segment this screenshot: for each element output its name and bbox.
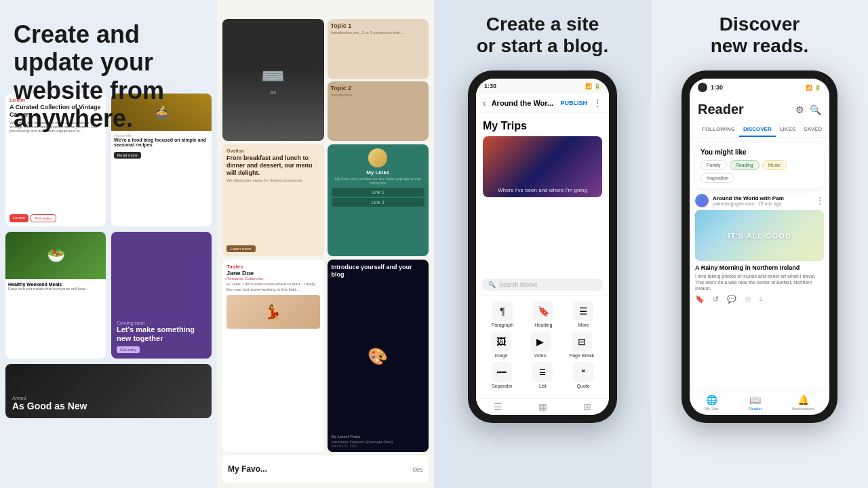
article-title: A Rainy Morning in Northern Ireland [695,264,824,271]
you-might-like-card: You might like Family Reading Music Insp… [695,143,824,188]
ab-label: Ab [270,90,276,95]
myfave-title: My Favo... [228,464,412,474]
block-separator[interactable]: ━━ Separator [492,362,513,388]
block-image[interactable]: 🖼 Image [491,331,511,358]
jane-text: Hi Jane! I don't even know where to star… [226,282,320,293]
search-blocks-bar[interactable]: 🔍 Search blocks [481,279,604,291]
tab-discover[interactable]: DISCOVER [739,123,776,137]
block-quote[interactable]: ❝ Quote [573,362,593,388]
block-more[interactable]: ☰ More [573,301,593,327]
block-paragraph[interactable]: ¶ Paragraph [492,301,514,327]
more-icon-block: ☰ [573,301,593,321]
reader-nav-label: Reader [749,407,762,411]
template-writer-img: ⌨️ Ab [222,19,324,141]
read-more-btn[interactable]: Read more [114,152,141,159]
post-date: January 31, 2021 [332,444,425,448]
author-avatar [695,194,709,207]
pill-reading[interactable]: Reading [730,160,760,170]
tab-likes[interactable]: LIKES [776,123,800,137]
paragraph-icon: ¶ [492,301,513,321]
more-icon[interactable]: ⋮ [593,98,602,108]
author-domain: pamelanguyen.com · 15 min ago [713,201,812,206]
purple-title: Let's make something new together [117,325,206,343]
page-title: My Trips [483,120,602,132]
my-links-text: My links and profiles for the most popul… [332,177,425,185]
list-view-icon[interactable]: ☰ [494,401,502,412]
list-icon: ☰ [532,362,553,382]
my-links-title: My Links [366,169,389,176]
purple-label: Coming soon [117,321,206,325]
topic-2-card: Topic 2 Introduction... [328,81,429,142]
reader-time: 1:30 [711,84,723,91]
salad-img: 🥗 [5,232,106,279]
status-time: 1:30 [484,83,496,89]
like-count: 2 [760,297,762,302]
reader-status-icons: 📶 🔋 [806,85,821,91]
status-left: 1:30 [698,83,723,92]
block-list[interactable]: ☰ List [532,362,553,388]
reader-tabs: FOLLOWING DISCOVER LIKES SAVED [690,123,829,138]
template-mylinks: My Links My links and profiles for the m… [328,144,429,256]
battery-icon: 🔋 [594,83,601,89]
section-3-headline: Create a site or start a blog. [477,14,608,57]
pill-family[interactable]: Family [701,160,727,170]
quote-icon: ❝ [573,362,593,382]
reblog-icon[interactable]: ↺ [713,295,719,304]
nav-my-site[interactable]: 🌐 My Site [705,394,718,411]
reader-header: Reader ⚙ 🔍 [690,96,829,123]
pill-inspiration[interactable]: Inspiration [701,173,734,183]
topic-2-text: Introduction... [331,93,426,98]
layout-icon[interactable]: ⊞ [583,401,591,412]
profile-avatar [368,148,387,167]
nav-bar: ‹ Around the Wor... PUBLISH ⋮ [476,94,609,113]
hero-bg: IT'S ALL GOOD [695,210,824,261]
image-icon: 🖼 [491,331,511,352]
like-icon[interactable]: ☆ [745,295,751,304]
get-early-btn[interactable]: Get early [117,346,140,353]
comment-icon[interactable]: 💬 [727,295,736,304]
learn-more-ovation[interactable]: Learn more [226,245,256,252]
phone-frame-blog: 1:30 📶 🔋 ‹ Around the Wor... PUBLISH ⋮ M… [468,70,617,423]
article-card: Around the World with Pam pamelanguyen.c… [695,194,824,304]
ovation-label: Ovation [226,148,320,153]
bookmark-icon[interactable]: 🔖 [695,295,705,304]
reader-nav-icon: 📖 [749,394,761,405]
settings-icon[interactable]: ⚙ [795,104,804,115]
template-ovation: Ovation From breakfast and lunch to dinn… [222,144,324,256]
author-name: Around the World with Pam [713,195,812,201]
block-video[interactable]: ▶ Video [530,331,551,358]
article-hero-img: IT'S ALL GOOD [695,210,824,261]
grid-view-icon[interactable]: ▦ [538,401,547,412]
reader-icons: ⚙ 🔍 [795,104,821,115]
article-more-icon[interactable]: ⋮ [816,196,824,205]
link-row-2: Link 2 [332,198,425,207]
publish-button[interactable]: PUBLISH [560,100,587,106]
phone-frame-reader: 1:30 📶 🔋 Reader ⚙ 🔍 FOLLOWING DISCOVER [682,70,837,423]
status-bar: 1:30 📶 🔋 [476,79,609,94]
link-row-1: Link 1 [332,188,425,197]
block-heading[interactable]: 🔖 Heading [533,301,553,327]
as-good-title: As Good as New [12,401,205,411]
more-label: More [578,323,589,327]
section-templates: ⌨️ Ab Topic 1 Introduction you, 2 or 3 s… [217,0,434,488]
author-info: Around the World with Pam pamelanguyen.c… [713,195,812,206]
armed-label: Armed [12,396,205,401]
separator-label: Separator [492,384,513,388]
section-create-blog: Create a site or start a blog. 1:30 📶 🔋 … [434,0,651,488]
block-page-break[interactable]: ⊟ Page Break [569,331,594,358]
pill-music[interactable]: Music [762,160,787,170]
back-button[interactable]: ‹ [483,98,486,108]
templates-row-3: Tastes Jane Doe Romantic Columnist Hi Ja… [222,260,429,452]
preorder-btn[interactable]: Pre-order [31,214,56,222]
hero-image: Where I've been and where I'm going [483,136,602,197]
tab-following[interactable]: FOLLOWING [698,123,739,137]
wifi-icon: 📶 [585,83,592,89]
reader-search-icon[interactable]: 🔍 [810,104,821,115]
tab-saved[interactable]: SAVED [800,123,826,137]
introduce-title: Introduce yourself and your blog [332,264,425,279]
nav-notifications[interactable]: 🔔 Notifications [792,394,814,411]
learn-more-btn[interactable]: Lenom [9,214,28,222]
quote-label: Quote [577,384,590,388]
nav-reader[interactable]: 📖 Reader [749,394,762,411]
my-site-icon: 🌐 [706,394,717,405]
